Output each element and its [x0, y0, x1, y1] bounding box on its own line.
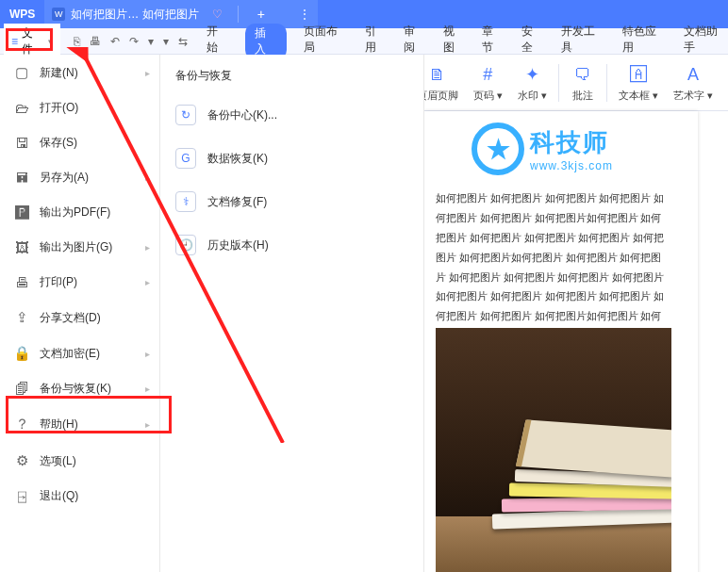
tab-insert[interactable]: 插入: [245, 24, 287, 59]
file-export-image[interactable]: 🖼输出为图片(G)▸: [0, 230, 159, 265]
file-backup-label: 备份与恢复(K): [40, 381, 111, 397]
textbox-icon: 🄰: [626, 62, 651, 87]
history-versions[interactable]: 🕘历史版本(H): [160, 223, 423, 267]
comment-button[interactable]: 🗨批注: [571, 62, 595, 103]
file-help-label: 帮助(H): [40, 417, 78, 433]
file-help[interactable]: ？帮助(H)▸: [0, 406, 159, 443]
file-encrypt-label: 文档加密(E): [40, 346, 100, 362]
tab-safe[interactable]: 安全: [521, 24, 544, 59]
comment-label: 批注: [572, 89, 593, 103]
textbox-button[interactable]: 🄰文本框 ▾: [619, 62, 658, 103]
watermark-label: 水印: [518, 90, 538, 101]
watermark-button[interactable]: ✦水印 ▾: [518, 62, 547, 103]
data-recovery[interactable]: G数据恢复(K): [160, 137, 423, 180]
tab-view[interactable]: 视图: [443, 24, 466, 59]
new-icon: ▢: [13, 64, 30, 81]
repair-icon: ⚕: [175, 191, 196, 212]
file-export-pdf[interactable]: 🅿输出为PDF(F): [0, 195, 159, 230]
qat-redo-icon[interactable]: ↷: [129, 35, 139, 48]
tab-dev[interactable]: 开发工具: [561, 24, 605, 59]
open-icon: 🗁: [13, 100, 30, 116]
file-menu-button[interactable]: ≡ 文件 ▾: [4, 24, 60, 59]
divider: [606, 64, 607, 102]
document-image[interactable]: [436, 328, 671, 572]
help-icon: ？: [13, 416, 30, 433]
divider: [558, 64, 559, 102]
document-title: 如何把图片… 如何把图片: [71, 7, 198, 23]
wordart-label: 艺术字: [673, 90, 704, 101]
ribbon-tabs: 开始 插入 页面布局 引用 审阅 视图 章节 安全 开发工具 特色应用 文档助手: [207, 24, 729, 59]
textbox-label: 文本框: [619, 90, 650, 101]
qat-print-icon[interactable]: 🖶: [90, 35, 101, 48]
qat-more1-icon[interactable]: ▾: [148, 35, 154, 48]
headerfooter-icon: 🗎: [425, 62, 450, 87]
history-label: 历史版本(H): [207, 237, 269, 253]
chevron-right-icon: ▸: [145, 277, 150, 287]
file-img-label: 输出为图片(G): [40, 239, 112, 255]
image-icon: 🖼: [13, 239, 30, 255]
file-save-label: 保存(S): [40, 135, 77, 151]
lock-icon: 🔒: [13, 345, 30, 362]
document-body-text[interactable]: 如何把图片 如何把图片 如何把图片 如何把图片 如何把图片 如何把图片 如何把图…: [436, 188, 671, 346]
chevron-right-icon: ▸: [145, 68, 150, 78]
recovery-icon: G: [175, 148, 196, 169]
tab-pictool[interactable]: 文档助手: [684, 24, 728, 59]
file-new[interactable]: ▢新建(N)▸: [0, 55, 159, 90]
file-exit[interactable]: ⍈退出(Q): [0, 479, 159, 514]
ribbon-bar: ≡ 文件 ▾ ⎘ 🖶 ↶ ↷ ▾ ▾ ⇆ 开始 插入 页面布局 引用 审阅 视图…: [0, 28, 728, 55]
tab-review[interactable]: 审阅: [404, 24, 426, 59]
file-saveas[interactable]: 🖬另存为(A)▸: [0, 160, 159, 195]
new-tab-button[interactable]: +: [257, 7, 265, 22]
document-canvas: ★ 科技师 www.3kjs.com 如何把图片 如何把图片 如何把图片 如何把…: [424, 111, 724, 572]
file-print-label: 打印(P): [40, 274, 77, 290]
app-logo: WPS: [0, 8, 44, 21]
doc-type-icon: W: [52, 8, 65, 21]
watermark-title: 科技师: [530, 126, 613, 159]
gear-icon: ⚙: [13, 452, 30, 469]
tab-layout[interactable]: 页面布局: [304, 24, 348, 59]
chevron-right-icon: ▸: [145, 419, 150, 430]
favorite-icon[interactable]: ♡: [212, 8, 223, 21]
file-save[interactable]: 🖫保存(S): [0, 125, 159, 160]
file-open[interactable]: 🗁打开(O): [0, 90, 159, 125]
comment-icon: 🗨: [571, 62, 595, 87]
backup-center[interactable]: ↻备份中心(K)...: [160, 93, 423, 137]
submenu-title: 备份与恢复: [160, 68, 423, 93]
document-page[interactable]: ★ 科技师 www.3kjs.com 如何把图片 如何把图片 如何把图片 如何把…: [424, 111, 698, 572]
tab-start[interactable]: 开始: [207, 24, 229, 59]
chevron-right-icon: ▸: [145, 349, 150, 359]
file-open-label: 打开(O): [40, 100, 78, 116]
file-share[interactable]: ⇪分享文档(D): [0, 300, 159, 335]
file-exit-label: 退出(Q): [40, 488, 78, 504]
chevron-down-icon: ▾: [48, 37, 53, 46]
exit-icon: ⍈: [13, 488, 30, 504]
qat-undo-icon[interactable]: ↶: [110, 35, 120, 48]
star-logo-icon: ★: [472, 123, 524, 175]
qat-new-icon[interactable]: ⎘: [74, 35, 80, 48]
tab-cloud[interactable]: 特色应用: [622, 24, 667, 59]
wordart-button[interactable]: A艺术字 ▾: [673, 62, 713, 103]
doc-repair[interactable]: ⚕文档修复(F): [160, 180, 423, 223]
history-icon: 🕘: [175, 235, 196, 255]
backup-center-icon: ↻: [175, 105, 196, 125]
qat-more2-icon[interactable]: ▾: [163, 35, 169, 48]
file-encrypt[interactable]: 🔒文档加密(E)▸: [0, 335, 159, 371]
file-print[interactable]: 🖶打印(P)▸: [0, 265, 159, 300]
backup-restore-submenu: 备份与恢复 ↻备份中心(K)... G数据恢复(K) ⚕文档修复(F) 🕘历史版…: [160, 55, 424, 572]
file-options[interactable]: ⚙选项(L): [0, 443, 159, 479]
chevron-right-icon: ▸: [145, 172, 150, 183]
file-share-label: 分享文档(D): [40, 310, 101, 326]
pagenum-label: 页码: [473, 90, 494, 101]
tab-section[interactable]: 章节: [482, 24, 505, 59]
tab-ref[interactable]: 引用: [365, 24, 388, 59]
pdf-icon: 🅿: [13, 204, 30, 221]
file-new-label: 新建(N): [40, 65, 78, 81]
doc-repair-label: 文档修复(F): [207, 194, 267, 210]
data-recovery-label: 数据恢复(K): [207, 151, 268, 167]
backup-icon: 🗐: [13, 381, 30, 397]
more-tabs-icon[interactable]: ⋮: [299, 8, 310, 21]
tab-divider: [238, 6, 239, 23]
page-number-button[interactable]: #页码 ▾: [473, 62, 503, 103]
file-backup-restore[interactable]: 🗐备份与恢复(K)▸: [0, 371, 159, 406]
file-label: 文件: [22, 25, 43, 57]
